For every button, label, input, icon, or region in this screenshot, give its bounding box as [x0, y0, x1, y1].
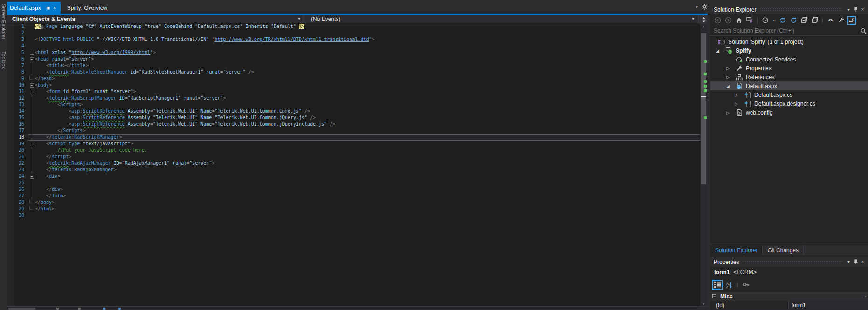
- code-line-5[interactable]: 5−<html xmlns="http://www.w3.org/1999/xh…: [7, 49, 700, 56]
- code-line-3[interactable]: 3<!DOCTYPE html PUBLIC "-//W3C//DTD XHTM…: [7, 36, 700, 43]
- code-line-29[interactable]: 29</html>: [7, 206, 700, 212]
- tab-git-changes[interactable]: Git Changes: [763, 245, 804, 255]
- categorized-button[interactable]: [712, 280, 723, 290]
- pin-icon[interactable]: [852, 258, 859, 266]
- pin-icon[interactable]: [45, 5, 51, 11]
- filter-chevron-icon[interactable]: ▾: [772, 16, 776, 25]
- search-icon[interactable]: [859, 28, 868, 34]
- panel-splitter[interactable]: [707, 15, 710, 310]
- collapsed-arrow-icon[interactable]: ▷: [725, 110, 736, 115]
- fold-collapse-box[interactable]: −: [28, 50, 35, 55]
- tree-item-default-aspx[interactable]: ◢Default.aspx: [710, 81, 868, 90]
- properties-object-dropdown[interactable]: form1 <FORM>: [710, 267, 868, 277]
- code-line-14[interactable]: 14 <asp:ScriptReference Assembly="Teleri…: [7, 108, 700, 115]
- refresh-button[interactable]: [789, 16, 798, 25]
- code-line-10[interactable]: 10−<body>: [7, 82, 700, 88]
- forward-button[interactable]: [724, 16, 732, 25]
- fold-collapse-box[interactable]: −: [28, 89, 35, 94]
- property-pages-key-button[interactable]: [741, 280, 751, 290]
- code-line-8[interactable]: 8 <telerik:RadStyleSheetManager id="RadS…: [7, 69, 700, 75]
- code-line-13[interactable]: 13 <Scripts>: [7, 101, 700, 108]
- code-line-26[interactable]: 26 </div>: [7, 186, 700, 193]
- pending-changes-filter-button[interactable]: [761, 16, 769, 25]
- code-line-15[interactable]: 15 <asp:ScriptReference Assembly="Teleri…: [7, 115, 700, 121]
- tree-item-web-config[interactable]: ▷web.config: [710, 108, 868, 117]
- preview-selected-items-toggle[interactable]: [847, 16, 856, 25]
- document-list-chevron-icon[interactable]: ▾: [696, 5, 698, 9]
- code-line-18[interactable]: 18 </telerik:RadScriptManager>: [7, 134, 700, 141]
- back-button[interactable]: [713, 16, 722, 25]
- code-line-12[interactable]: 12 <telerik:RadScriptManager ID="RadScri…: [7, 95, 700, 101]
- code-line-22[interactable]: 22 <telerik:RadAjaxManager ID="RadAjaxMa…: [7, 160, 700, 167]
- window-menu-chevron-icon[interactable]: ▾: [845, 6, 852, 13]
- code-line-1[interactable]: 1<%@ Page Language="C#" AutoEventWireup=…: [7, 23, 700, 30]
- fold-collapse-box[interactable]: −: [28, 141, 35, 147]
- home-button[interactable]: [735, 16, 743, 25]
- scroll-down-icon[interactable]: ▼: [700, 303, 707, 306]
- tab-spiffy-overview[interactable]: Spiffy: Overview: [61, 2, 117, 14]
- code-line-16[interactable]: 16 <asp:ScriptReference Assembly="Teleri…: [7, 121, 700, 128]
- switch-views-button[interactable]: [745, 16, 754, 25]
- tree-item-default-aspx-cs[interactable]: ▷Default.aspx.cs: [710, 90, 868, 99]
- properties-wrench-button[interactable]: [837, 16, 845, 25]
- window-menu-chevron-icon[interactable]: ▾: [845, 258, 852, 266]
- alphabetical-sort-button[interactable]: AZ: [724, 280, 735, 290]
- code-line-2[interactable]: 2: [7, 30, 700, 36]
- tab-default-aspx[interactable]: Default.aspx ×: [7, 2, 61, 14]
- view-code-button[interactable]: <>: [826, 16, 834, 25]
- code-editor[interactable]: 1<%@ Page Language="C#" AutoEventWireup=…: [7, 23, 700, 306]
- code-line-28[interactable]: 28</body>: [7, 199, 700, 206]
- vertical-scrollbar[interactable]: ▲ ▼: [700, 24, 707, 306]
- collapse-icon[interactable]: −: [712, 294, 716, 298]
- tree-item-default-aspx-designer-cs[interactable]: ▷Default.aspx.designer.cs: [710, 99, 868, 108]
- close-icon[interactable]: ×: [859, 258, 866, 266]
- toolbox-rail-tab[interactable]: Toolbox: [1, 51, 7, 69]
- collapsed-arrow-icon[interactable]: ▷: [725, 75, 736, 80]
- collapsed-arrow-icon[interactable]: ▷: [734, 93, 744, 97]
- collapsed-arrow-icon[interactable]: ▷: [734, 101, 744, 106]
- events-dropdown[interactable]: (No Events) ▾: [304, 15, 698, 23]
- scrollbar-split-handle[interactable]: [700, 15, 707, 24]
- tree-item-solution-spiffy-1-of-1-project[interactable]: Solution 'Spiffy' (1 of 1 project): [710, 37, 868, 46]
- code-line-6[interactable]: 6−<head runat="server">: [7, 56, 700, 62]
- vertical-scrollbar-thumb[interactable]: [701, 33, 706, 184]
- code-line-11[interactable]: 11− <form id="form1" runat="server">: [7, 88, 700, 95]
- search-input[interactable]: [710, 27, 859, 34]
- horizontal-scrollbar-thumb[interactable]: [8, 308, 35, 310]
- tree-item-connected-services[interactable]: Connected Services: [710, 55, 868, 64]
- fold-collapse-box[interactable]: −: [28, 82, 35, 88]
- fold-collapse-box[interactable]: −: [28, 174, 35, 179]
- code-line-4[interactable]: 4: [7, 43, 700, 49]
- properties-titlebar[interactable]: Properties ▾ ×: [710, 257, 868, 267]
- tree-item-properties[interactable]: ▷Properties: [710, 64, 868, 73]
- grid-scroll-up-icon[interactable]: ▲: [863, 292, 868, 310]
- collapse-all-button[interactable]: [800, 16, 808, 25]
- tree-item-spiffy[interactable]: ◢Spiffy: [710, 46, 868, 55]
- category-row-misc[interactable]: − Misc: [710, 292, 868, 301]
- pin-icon[interactable]: [852, 6, 859, 13]
- code-line-23[interactable]: 23 </telerik:RadAjaxManager>: [7, 167, 700, 173]
- code-line-24[interactable]: 24− <div>: [7, 173, 700, 180]
- property-value[interactable]: form1: [789, 301, 868, 310]
- editor-options-gear-icon[interactable]: [702, 4, 708, 10]
- tab-solution-explorer[interactable]: Solution Explorer: [710, 245, 763, 255]
- show-all-files-button[interactable]: [811, 16, 819, 25]
- property-row-id[interactable]: (Id) form1: [710, 301, 868, 310]
- code-line-20[interactable]: 20 //Put your JavaScript code here.: [7, 147, 700, 154]
- close-icon[interactable]: ×: [52, 5, 58, 11]
- expanded-arrow-icon[interactable]: ◢: [725, 84, 736, 88]
- code-line-19[interactable]: 19− <script type="text/javascript">: [7, 141, 700, 147]
- objects-dropdown[interactable]: Client Objects & Events ▾: [7, 15, 304, 23]
- sync-with-active-document-button[interactable]: [778, 16, 787, 25]
- code-line-21[interactable]: 21 </script>: [7, 154, 700, 160]
- server-explorer-rail-tab[interactable]: Server Explorer: [1, 4, 7, 39]
- code-line-7[interactable]: 7 <title></title>: [7, 62, 700, 69]
- fold-collapse-box[interactable]: −: [28, 56, 35, 62]
- collapsed-arrow-icon[interactable]: ▷: [725, 66, 736, 71]
- tree-item-references[interactable]: ▷References: [710, 73, 868, 81]
- scroll-up-icon[interactable]: ▲: [700, 25, 707, 28]
- horizontal-scrollbar[interactable]: [7, 306, 707, 310]
- code-line-9[interactable]: 9</head>: [7, 75, 700, 82]
- close-icon[interactable]: ×: [859, 6, 866, 13]
- solution-explorer-titlebar[interactable]: Solution Explorer ▾ ×: [710, 5, 868, 14]
